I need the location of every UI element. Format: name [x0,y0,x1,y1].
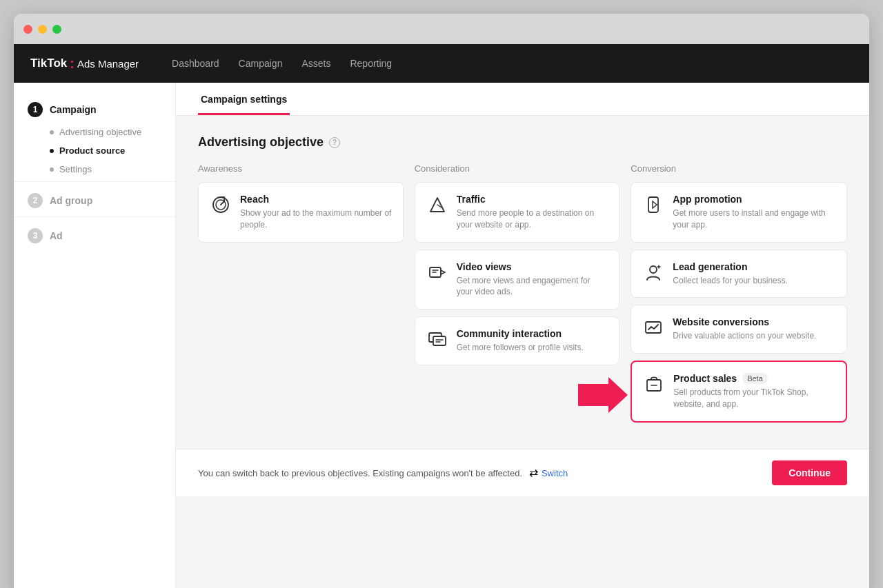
card-lead-gen[interactable]: Lead generation Collect leads for your b… [631,250,847,298]
col-header-awareness: Awareness [198,163,404,174]
website-conv-info: Website conversions Drive valuable actio… [673,316,816,342]
nav-campaign[interactable]: Campaign [239,58,283,69]
close-dot [23,25,32,34]
card-reach[interactable]: Reach Show your ad to the maximum number… [198,182,404,243]
brand-dot: : [70,56,75,72]
sub-label-product-source: Product source [59,145,125,156]
card-community-interaction[interactable]: Community interaction Get more followers… [415,316,620,365]
product-sales-name: Product sales Beta [673,373,835,384]
card-website-conversions[interactable]: Website conversions Drive valuable actio… [631,305,847,354]
video-views-icon [426,261,448,283]
sidebar-sub-advertising-objective[interactable]: Advertising objective [14,123,175,141]
app-window: TikTok: Ads Manager Dashboard Campaign A… [14,14,869,588]
lead-gen-desc: Collect leads for your business. [673,275,788,287]
sidebar-sub-settings[interactable]: Settings [14,160,175,179]
sub-label-settings: Settings [59,164,92,174]
content-body: Advertising objective ? Awareness [176,116,869,449]
card-app-promotion[interactable]: App promotion Get more users to install … [631,182,847,243]
sub-dot-advertising-objective [50,130,54,134]
section-title-text: Advertising objective [198,135,324,150]
lead-gen-icon [642,261,664,283]
step-3-number: 3 [28,228,43,243]
product-sales-label: Product sales [673,373,737,384]
sidebar-divider-1 [14,181,175,182]
website-conv-desc: Drive valuable actions on your website. [673,330,816,342]
nav-reporting[interactable]: Reporting [350,58,392,69]
video-views-desc: Get more views and engagement for your v… [457,275,608,298]
traffic-desc: Send more people to a destination on you… [457,207,608,231]
section-title: Advertising objective ? [198,135,847,150]
step-2-label: Ad group [50,195,92,206]
svg-line-4 [221,201,225,205]
app-promotion-info: App promotion Get more users to install … [673,194,835,231]
tab-bar: Campaign settings [176,83,869,116]
lead-gen-info: Lead generation Collect leads for your b… [673,261,788,287]
switch-icon: ⇄ [529,467,538,478]
red-arrow-icon [578,377,628,413]
maximize-dot [52,25,61,34]
sidebar: 1 Campaign Advertising objective Product… [14,83,176,588]
column-awareness: Awareness [198,163,415,429]
step-2-number: 2 [28,193,43,208]
red-arrow-container [578,377,628,413]
brand-tiktok: TikTok [30,57,67,70]
website-conv-name: Website conversions [673,316,816,327]
nav-dashboard[interactable]: Dashboard [172,58,219,69]
product-sales-desc: Sell products from your TikTok Shop, web… [673,387,835,410]
brand-ads-manager: Ads Manager [77,58,139,70]
app-promotion-desc: Get more users to install and engage wit… [673,207,835,231]
help-icon[interactable]: ? [329,137,340,148]
card-video-views[interactable]: Video views Get more views and engagemen… [415,250,620,310]
objectives-grid: Awareness [198,163,847,429]
sidebar-sub-product-source[interactable]: Product source [14,141,175,160]
community-icon [426,328,448,350]
community-info: Community interaction Get more followers… [457,328,584,354]
svg-rect-20 [646,322,661,333]
product-sales-info: Product sales Beta Sell products from yo… [673,373,835,410]
navbar: TikTok: Ads Manager Dashboard Campaign A… [14,44,869,83]
website-conv-icon [642,316,664,338]
svg-marker-8 [441,270,445,274]
traffic-info: Traffic Send more people to a destinatio… [457,194,608,231]
app-promotion-name: App promotion [673,194,835,205]
community-name: Community interaction [457,328,584,339]
sub-label-advertising-objective: Advertising objective [59,127,141,137]
svg-point-17 [650,266,657,273]
app-promotion-icon [642,194,664,216]
bottom-bar: You can switch back to previous objectiv… [176,449,869,496]
sub-dot-product-source [50,149,54,153]
content-area: Campaign settings Advertising objective … [176,83,869,588]
brand-logo: TikTok: Ads Manager [30,56,139,72]
titlebar [14,14,869,44]
product-sales-row: Product sales Beta Sell products from yo… [631,361,847,429]
svg-marker-16 [653,201,657,208]
col-header-conversion: Conversion [631,163,847,174]
svg-marker-21 [578,377,628,413]
switch-notice-text: You can switch back to previous objectiv… [198,468,522,478]
step-1-number: 1 [28,102,43,117]
card-traffic[interactable]: Traffic Send more people to a destinatio… [415,182,620,243]
nav-links: Dashboard Campaign Assets Reporting [172,58,392,69]
sub-dot-settings [50,168,54,172]
sidebar-step-campaign[interactable]: 1 Campaign [14,97,175,123]
video-views-name: Video views [457,261,608,272]
switch-link[interactable]: Switch [542,468,568,478]
tab-campaign-settings[interactable]: Campaign settings [198,94,290,115]
column-conversion: Conversion App promotion [631,163,847,429]
reach-name: Reach [240,194,392,205]
step-3-label: Ad [50,230,63,241]
sidebar-step-ad[interactable]: 3 Ad [14,223,175,249]
card-product-sales[interactable]: Product sales Beta Sell products from yo… [631,361,847,423]
traffic-name: Traffic [457,194,608,205]
minimize-dot [38,25,47,34]
svg-rect-12 [433,336,446,345]
reach-desc: Show your ad to the maximum number of pe… [240,207,392,231]
product-sales-icon [643,373,665,395]
sidebar-step-ad-group[interactable]: 2 Ad group [14,187,175,214]
traffic-icon [426,194,448,216]
reach-info: Reach Show your ad to the maximum number… [240,194,392,231]
nav-assets[interactable]: Assets [301,58,330,69]
lead-gen-name: Lead generation [673,261,788,272]
community-desc: Get more followers or profile visits. [457,342,584,354]
continue-button[interactable]: Continue [772,460,847,485]
